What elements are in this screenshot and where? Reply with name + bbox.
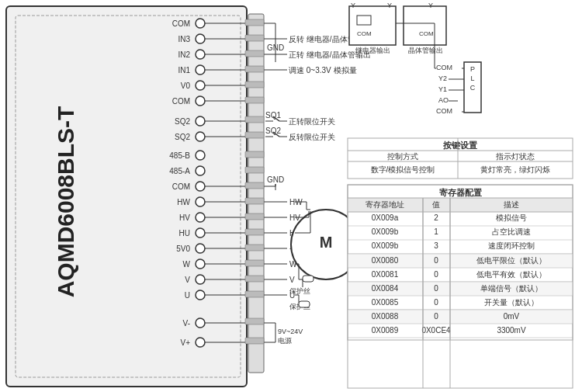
svg-text:SQ2: SQ2 (175, 117, 190, 126)
svg-point-40 (196, 228, 205, 238)
svg-text:0X0080: 0X0080 (372, 256, 399, 265)
svg-text:0mV: 0mV (504, 312, 520, 321)
svg-rect-229 (245, 132, 264, 138)
svg-point-55 (196, 318, 205, 328)
svg-text:描述: 描述 (504, 200, 519, 209)
svg-rect-224 (245, 50, 264, 57)
svg-point-58 (196, 338, 205, 347)
svg-rect-123 (299, 301, 310, 307)
svg-text:模拟信号: 模拟信号 (496, 213, 527, 222)
svg-text:控制方式: 控制方式 (387, 152, 418, 161)
svg-text:调速 0~3.3V 模拟量: 调速 0~3.3V 模拟量 (289, 66, 357, 75)
svg-text:COM: COM (172, 182, 190, 191)
svg-text:指示灯状态: 指示灯状态 (495, 152, 535, 161)
svg-text:0: 0 (434, 312, 438, 321)
svg-text:按键设置: 按键设置 (442, 140, 477, 150)
svg-text:V-: V- (183, 319, 190, 328)
svg-rect-226 (245, 82, 264, 88)
svg-rect-238 (245, 276, 264, 282)
svg-point-27 (196, 151, 205, 160)
svg-text:9V~24V: 9V~24V (278, 328, 303, 335)
svg-text:W: W (183, 260, 191, 269)
svg-rect-232 (245, 182, 264, 189)
svg-text:V0: V0 (181, 82, 191, 90)
svg-point-15 (196, 81, 205, 90)
svg-text:晶体管输出: 晶体管输出 (408, 47, 443, 54)
svg-text:U: U (185, 291, 190, 300)
svg-text:数字/模拟信号控制: 数字/模拟信号控制 (371, 165, 435, 174)
svg-text:AO: AO (438, 96, 449, 104)
svg-rect-120 (303, 276, 314, 282)
svg-rect-228 (245, 116, 264, 123)
svg-rect-231 (245, 167, 264, 173)
svg-text:速度闭环控制: 速度闭环控制 (488, 241, 535, 250)
svg-text:0X0CE4: 0X0CE4 (421, 326, 451, 335)
svg-text:低电平有效（默认）: 低电平有效（默认） (476, 270, 546, 279)
svg-text:C: C (470, 84, 476, 92)
svg-point-46 (196, 259, 205, 269)
svg-text:电源: 电源 (278, 337, 292, 345)
svg-rect-240 (245, 318, 264, 324)
svg-text:0X009b: 0X009b (372, 227, 399, 236)
svg-point-21 (196, 116, 205, 126)
svg-text:低电平限位（默认）: 低电平限位（默认） (476, 256, 546, 265)
svg-text:0X0081: 0X0081 (372, 270, 399, 279)
svg-text:0X009a: 0X009a (372, 213, 399, 222)
svg-point-34 (196, 197, 205, 206)
svg-text:485-A: 485-A (169, 167, 190, 175)
svg-text:继电器输出: 继电器输出 (355, 47, 390, 54)
model-text: AQMD6008BLS-T (53, 106, 78, 298)
svg-text:单端信号（默认）: 单端信号（默认） (480, 284, 542, 293)
svg-rect-223 (245, 35, 264, 41)
svg-rect-236 (245, 245, 264, 251)
svg-text:0X0084: 0X0084 (372, 284, 399, 293)
svg-rect-129 (404, 6, 446, 45)
svg-text:COM: COM (436, 64, 452, 71)
svg-text:黄灯常亮，绿灯闪烁: 黄灯常亮，绿灯闪烁 (480, 165, 550, 174)
svg-text:占空比调速: 占空比调速 (492, 227, 531, 236)
svg-text:0: 0 (434, 256, 438, 265)
svg-text:GND: GND (267, 175, 284, 184)
svg-rect-239 (245, 291, 264, 297)
svg-text:V+: V+ (180, 338, 190, 347)
svg-point-9 (196, 50, 205, 59)
svg-text:寄存器配置: 寄存器配置 (439, 188, 482, 197)
svg-point-18 (196, 96, 205, 106)
svg-text:SQ1: SQ1 (265, 111, 281, 120)
svg-rect-0 (6, 6, 247, 387)
svg-point-12 (196, 65, 205, 75)
svg-text:1: 1 (434, 227, 438, 236)
svg-point-37 (196, 213, 205, 222)
svg-text:IN2: IN2 (178, 50, 190, 59)
svg-rect-237 (245, 260, 264, 266)
svg-text:HU: HU (179, 229, 190, 238)
svg-rect-230 (245, 151, 264, 158)
svg-text:0X0089: 0X0089 (372, 326, 399, 335)
svg-text:HV: HV (179, 213, 190, 222)
svg-text:SQ2: SQ2 (265, 127, 281, 135)
svg-point-31 (196, 182, 205, 191)
svg-text:0: 0 (434, 298, 438, 307)
svg-rect-222 (245, 19, 264, 26)
svg-text:反转限位开关: 反转限位开关 (289, 133, 335, 141)
svg-point-6 (196, 34, 205, 43)
svg-point-29 (196, 166, 205, 175)
svg-text:0: 0 (434, 284, 438, 293)
svg-text:Y: Y (351, 2, 355, 9)
svg-text:V: V (185, 276, 190, 284)
svg-text:COM: COM (172, 97, 190, 106)
svg-text:0X009b: 0X009b (372, 241, 399, 250)
svg-text:Y: Y (428, 2, 433, 9)
svg-rect-235 (245, 229, 264, 235)
svg-text:COM: COM (357, 30, 372, 37)
svg-text:正转限位开关: 正转限位开关 (289, 117, 335, 126)
wiring-diagram: AQMD6008BLS-T COM IN3 IN2 IN1 V0 COM SQ2… (0, 0, 582, 392)
svg-text:Y1: Y1 (438, 85, 447, 93)
svg-point-24 (196, 132, 205, 141)
svg-text:M: M (320, 234, 333, 251)
svg-text:2: 2 (434, 213, 438, 222)
svg-point-49 (196, 275, 205, 284)
svg-text:3: 3 (434, 241, 438, 250)
svg-point-3 (196, 19, 205, 28)
svg-rect-234 (245, 213, 264, 220)
